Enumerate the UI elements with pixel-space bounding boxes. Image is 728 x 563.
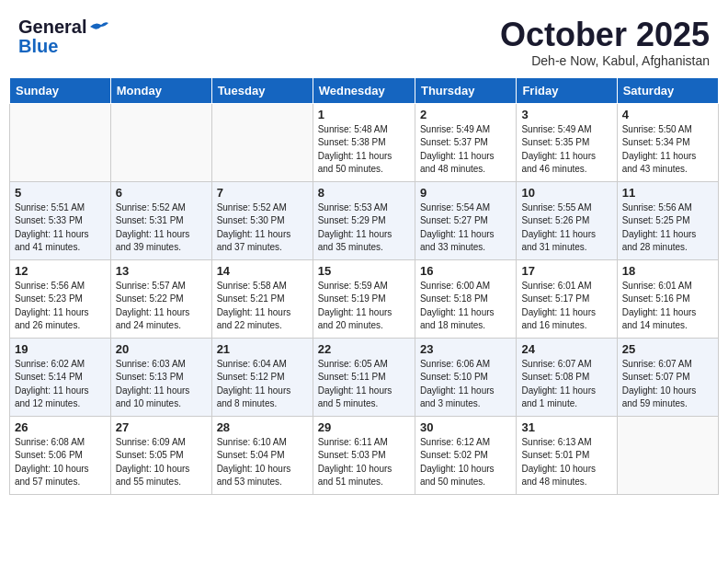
calendar-week-row: 5Sunrise: 5:51 AM Sunset: 5:33 PM Daylig… xyxy=(10,181,719,259)
day-info: Sunrise: 5:50 AM Sunset: 5:34 PM Dayligh… xyxy=(622,123,713,177)
calendar-empty-cell xyxy=(10,103,111,181)
day-number: 8 xyxy=(318,186,410,200)
calendar-empty-cell xyxy=(211,103,313,181)
calendar-day-cell: 20Sunrise: 6:03 AM Sunset: 5:13 PM Dayli… xyxy=(110,338,211,416)
calendar-day-cell: 18Sunrise: 6:01 AM Sunset: 5:16 PM Dayli… xyxy=(617,259,718,338)
day-number: 25 xyxy=(622,342,713,356)
day-number: 24 xyxy=(521,342,611,356)
day-info: Sunrise: 5:49 AM Sunset: 5:35 PM Dayligh… xyxy=(521,123,611,177)
calendar-day-cell: 21Sunrise: 6:04 AM Sunset: 5:12 PM Dayli… xyxy=(211,338,313,416)
day-number: 31 xyxy=(521,420,611,434)
day-info: Sunrise: 6:07 AM Sunset: 5:07 PM Dayligh… xyxy=(622,358,713,411)
calendar-empty-cell xyxy=(617,416,718,494)
day-info: Sunrise: 6:13 AM Sunset: 5:01 PM Dayligh… xyxy=(521,436,611,489)
calendar-day-cell: 5Sunrise: 5:51 AM Sunset: 5:33 PM Daylig… xyxy=(10,181,111,259)
calendar-day-cell: 31Sunrise: 6:13 AM Sunset: 5:01 PM Dayli… xyxy=(517,416,617,494)
calendar-week-row: 1Sunrise: 5:48 AM Sunset: 5:38 PM Daylig… xyxy=(10,103,719,181)
weekday-header-monday: Monday xyxy=(110,77,211,103)
day-info: Sunrise: 6:03 AM Sunset: 5:13 PM Dayligh… xyxy=(116,358,207,411)
day-number: 15 xyxy=(318,264,410,278)
day-number: 11 xyxy=(622,186,713,200)
calendar-day-cell: 9Sunrise: 5:54 AM Sunset: 5:27 PM Daylig… xyxy=(415,181,516,259)
calendar-day-cell: 1Sunrise: 5:48 AM Sunset: 5:38 PM Daylig… xyxy=(313,103,415,181)
calendar-day-cell: 26Sunrise: 6:08 AM Sunset: 5:06 PM Dayli… xyxy=(10,416,111,494)
weekday-header-friday: Friday xyxy=(517,77,617,103)
day-number: 22 xyxy=(318,342,410,356)
calendar-table: SundayMondayTuesdayWednesdayThursdayFrid… xyxy=(9,77,719,495)
weekday-header-tuesday: Tuesday xyxy=(211,77,313,103)
day-number: 10 xyxy=(521,186,611,200)
calendar-day-cell: 19Sunrise: 6:02 AM Sunset: 5:14 PM Dayli… xyxy=(10,338,111,416)
calendar-day-cell: 7Sunrise: 5:52 AM Sunset: 5:30 PM Daylig… xyxy=(211,181,313,259)
calendar-empty-cell xyxy=(110,103,211,181)
calendar-day-cell: 27Sunrise: 6:09 AM Sunset: 5:05 PM Dayli… xyxy=(110,416,211,494)
day-number: 27 xyxy=(116,420,207,434)
page-header: General Blue October 2025 Deh-e Now, Kab… xyxy=(9,9,719,72)
day-number: 5 xyxy=(15,186,106,200)
day-info: Sunrise: 5:48 AM Sunset: 5:38 PM Dayligh… xyxy=(318,123,410,177)
day-info: Sunrise: 6:10 AM Sunset: 5:04 PM Dayligh… xyxy=(217,436,308,489)
day-number: 30 xyxy=(420,420,511,434)
day-info: Sunrise: 5:49 AM Sunset: 5:37 PM Dayligh… xyxy=(420,123,511,177)
calendar-day-cell: 23Sunrise: 6:06 AM Sunset: 5:10 PM Dayli… xyxy=(415,338,516,416)
day-number: 6 xyxy=(116,186,207,200)
calendar-day-cell: 10Sunrise: 5:55 AM Sunset: 5:26 PM Dayli… xyxy=(517,181,617,259)
calendar-day-cell: 4Sunrise: 5:50 AM Sunset: 5:34 PM Daylig… xyxy=(617,103,718,181)
calendar-day-cell: 3Sunrise: 5:49 AM Sunset: 5:35 PM Daylig… xyxy=(517,103,617,181)
day-info: Sunrise: 5:53 AM Sunset: 5:29 PM Dayligh… xyxy=(318,201,410,255)
day-info: Sunrise: 6:04 AM Sunset: 5:12 PM Dayligh… xyxy=(217,358,308,411)
weekday-header-thursday: Thursday xyxy=(415,77,516,103)
calendar-day-cell: 17Sunrise: 6:01 AM Sunset: 5:17 PM Dayli… xyxy=(517,259,617,338)
weekday-header-saturday: Saturday xyxy=(617,77,718,103)
calendar-day-cell: 2Sunrise: 5:49 AM Sunset: 5:37 PM Daylig… xyxy=(415,103,516,181)
day-number: 21 xyxy=(217,342,308,356)
day-number: 3 xyxy=(521,108,611,121)
day-number: 9 xyxy=(420,186,511,200)
day-number: 12 xyxy=(15,264,106,278)
day-info: Sunrise: 5:59 AM Sunset: 5:19 PM Dayligh… xyxy=(318,280,410,333)
day-number: 18 xyxy=(622,264,713,278)
calendar-day-cell: 29Sunrise: 6:11 AM Sunset: 5:03 PM Dayli… xyxy=(313,416,415,494)
day-info: Sunrise: 5:56 AM Sunset: 5:23 PM Dayligh… xyxy=(15,280,106,333)
calendar-day-cell: 15Sunrise: 5:59 AM Sunset: 5:19 PM Dayli… xyxy=(313,259,415,338)
calendar-day-cell: 30Sunrise: 6:12 AM Sunset: 5:02 PM Dayli… xyxy=(415,416,516,494)
day-info: Sunrise: 6:02 AM Sunset: 5:14 PM Dayligh… xyxy=(15,358,106,411)
day-info: Sunrise: 6:05 AM Sunset: 5:11 PM Dayligh… xyxy=(318,358,410,411)
day-info: Sunrise: 5:55 AM Sunset: 5:26 PM Dayligh… xyxy=(521,201,611,255)
day-info: Sunrise: 5:52 AM Sunset: 5:30 PM Dayligh… xyxy=(217,201,308,255)
logo-bird-icon xyxy=(88,19,108,34)
day-info: Sunrise: 5:58 AM Sunset: 5:21 PM Dayligh… xyxy=(217,280,308,333)
calendar-week-row: 19Sunrise: 6:02 AM Sunset: 5:14 PM Dayli… xyxy=(10,338,719,416)
day-info: Sunrise: 6:12 AM Sunset: 5:02 PM Dayligh… xyxy=(420,436,511,489)
calendar-day-cell: 24Sunrise: 6:07 AM Sunset: 5:08 PM Dayli… xyxy=(517,338,617,416)
day-number: 4 xyxy=(622,108,713,121)
calendar-day-cell: 22Sunrise: 6:05 AM Sunset: 5:11 PM Dayli… xyxy=(313,338,415,416)
logo-general-text: General xyxy=(18,17,86,38)
day-number: 29 xyxy=(318,420,410,434)
day-number: 17 xyxy=(521,264,611,278)
calendar-day-cell: 14Sunrise: 5:58 AM Sunset: 5:21 PM Dayli… xyxy=(211,259,313,338)
title-block: October 2025 Deh-e Now, Kabul, Afghanist… xyxy=(500,17,710,68)
day-info: Sunrise: 6:11 AM Sunset: 5:03 PM Dayligh… xyxy=(318,436,410,489)
logo: General Blue xyxy=(18,17,108,57)
calendar-day-cell: 12Sunrise: 5:56 AM Sunset: 5:23 PM Dayli… xyxy=(10,259,111,338)
calendar-day-cell: 11Sunrise: 5:56 AM Sunset: 5:25 PM Dayli… xyxy=(617,181,718,259)
day-info: Sunrise: 5:52 AM Sunset: 5:31 PM Dayligh… xyxy=(116,201,207,255)
day-info: Sunrise: 6:00 AM Sunset: 5:18 PM Dayligh… xyxy=(420,280,511,333)
calendar-day-cell: 6Sunrise: 5:52 AM Sunset: 5:31 PM Daylig… xyxy=(110,181,211,259)
day-info: Sunrise: 5:57 AM Sunset: 5:22 PM Dayligh… xyxy=(116,280,207,333)
weekday-header-row: SundayMondayTuesdayWednesdayThursdayFrid… xyxy=(10,77,719,103)
calendar-week-row: 12Sunrise: 5:56 AM Sunset: 5:23 PM Dayli… xyxy=(10,259,719,338)
day-number: 16 xyxy=(420,264,511,278)
calendar-day-cell: 28Sunrise: 6:10 AM Sunset: 5:04 PM Dayli… xyxy=(211,416,313,494)
day-number: 19 xyxy=(15,342,106,356)
calendar-day-cell: 16Sunrise: 6:00 AM Sunset: 5:18 PM Dayli… xyxy=(415,259,516,338)
day-number: 1 xyxy=(318,108,410,121)
day-number: 7 xyxy=(217,186,308,200)
day-info: Sunrise: 6:01 AM Sunset: 5:16 PM Dayligh… xyxy=(622,280,713,333)
day-info: Sunrise: 5:51 AM Sunset: 5:33 PM Dayligh… xyxy=(15,201,106,255)
calendar-day-cell: 13Sunrise: 5:57 AM Sunset: 5:22 PM Dayli… xyxy=(110,259,211,338)
day-number: 23 xyxy=(420,342,511,356)
day-number: 13 xyxy=(116,264,207,278)
month-title: October 2025 xyxy=(500,17,710,53)
